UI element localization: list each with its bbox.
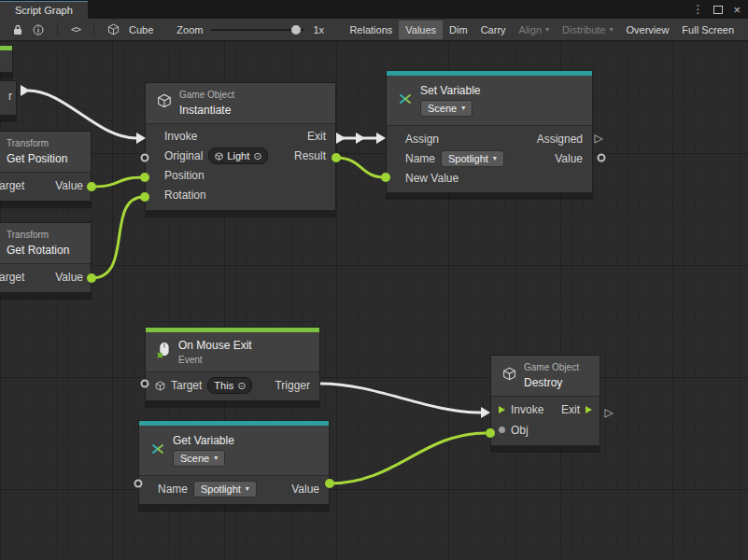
obj-port-icon [499,427,505,433]
chevron-down-icon: ▾ [461,102,465,115]
invoke-port-label: Invoke [511,403,543,416]
port-get-position-value-output[interactable] [87,182,96,191]
trigger-port-label: Trigger [275,379,310,392]
align-button[interactable]: Align▾ [513,21,556,39]
new-value-port-label: New Value [405,172,459,185]
position-port-label: Position [164,169,205,182]
result-port-label: Result [294,149,326,162]
port-destroy-obj-input[interactable] [486,428,495,438]
cube-icon [155,381,165,391]
flow-arrow-icon [499,406,505,413]
original-object-field[interactable]: Light ⊙ [208,147,268,164]
node-category: Transform [7,230,49,241]
variable-icon [150,441,165,460]
port-result-output[interactable] [332,153,341,162]
clipped-node-fragment[interactable]: r [0,80,17,116]
cube-icon [103,19,124,40]
relations-button[interactable]: Relations [343,21,399,39]
value-port-label: Value [291,483,319,496]
port-mouse-exit-target-input[interactable] [141,380,149,388]
node-header: On Mouse Exit Event [146,332,319,372]
port-get-variable-name-input[interactable] [134,480,143,488]
info-icon[interactable] [28,19,49,40]
zoom-slider[interactable] [211,19,304,41]
flow-arrow-icon [336,133,346,144]
node-title: Get Position [7,152,67,165]
node-destroy[interactable]: Game Object Destroy Invoke Exit Obj [490,355,600,446]
port-original-input[interactable] [141,154,149,162]
game-object-icon [502,367,516,385]
graph-canvas[interactable]: r Transform Get Position Target Value Tr… [0,41,748,560]
node-on-mouse-exit[interactable]: On Mouse Exit Event Target This ⊙ Trigge… [145,327,320,401]
tab-script-graph[interactable]: Script Graph [0,1,88,19]
port-new-value-input[interactable] [381,173,390,182]
zoom-value: 1x [313,24,324,35]
node-get-position[interactable]: Transform Get Position Target Value [0,131,92,202]
lock-icon[interactable] [7,19,28,40]
chevron-down-icon: ▾ [246,483,249,496]
port-rotation-input[interactable] [140,192,149,202]
port-assigned-flow-output[interactable]: ▷ [594,133,602,144]
node-get-variable[interactable]: Get Variable Scene ▾ Name Spotlight ▾ Va… [138,420,330,505]
fullscreen-button[interactable]: Full Screen [675,21,741,39]
carry-button[interactable]: Carry [474,21,513,39]
invoke-port-label: Invoke [164,130,197,143]
target-object-label: Cube [129,24,153,35]
zoom-slider-track [211,29,304,31]
wire-trigger-to-destroy [320,384,482,413]
flow-arrow-icon [21,85,30,96]
node-category: Game Object [179,90,234,101]
zoom-slider-knob[interactable] [291,25,301,35]
toolbar-separator [57,22,58,36]
overview-button[interactable]: Overview [620,21,676,39]
mouse-icon [157,342,171,363]
values-button[interactable]: Values [399,21,443,39]
port-position-input[interactable] [140,173,149,182]
node-category: Transform [7,138,49,149]
node-category: Game Object [524,362,579,373]
zoom-label: Zoom [176,24,203,35]
object-picker-icon[interactable]: ⊙ [237,379,246,392]
flow-arrow-icon [376,133,386,144]
target-object-field[interactable]: This ⊙ [207,377,252,394]
node-subtitle: Event [178,355,203,365]
toolbar-separator [93,22,94,36]
obj-port-label: Obj [511,424,529,437]
code-view-icon[interactable]: <> [66,19,85,40]
value-port-label: Value [55,179,83,192]
node-title: Get Variable [173,434,234,447]
dim-button[interactable]: Dim [443,21,474,39]
distribute-button[interactable]: Distribute▾ [556,21,619,39]
graph-toolbar: <> Cube Zoom 1x Relations Values Dim Car… [0,19,748,41]
object-picker-icon[interactable]: ⊙ [253,149,261,162]
assign-port-label: Assign [405,133,439,146]
node-title: On Mouse Exit [178,339,252,352]
port-destroy-exit-flow-output[interactable]: ▷ [604,407,613,418]
variable-name-dropdown[interactable]: Spotlight ▾ [193,481,257,497]
clipped-node-fragment[interactable] [0,45,13,73]
node-title: Set Variable [420,84,480,97]
node-header: Get Variable Scene ▾ [139,426,329,476]
node-set-variable[interactable]: Set Variable Scene ▾ Assign Assigned Nam… [386,70,593,193]
variable-scope-dropdown[interactable]: Scene ▾ [420,100,473,117]
name-port-label: Name [158,483,188,496]
wire-getposition-to-position [92,177,144,187]
node-get-rotation[interactable]: Transform Get Rotation Target Value [0,222,92,293]
variable-scope-dropdown[interactable]: Scene ▾ [173,450,225,467]
game-object-icon [157,93,172,112]
window-menu-icon[interactable]: ⋮ [692,4,703,15]
node-instantiate[interactable]: Game Object Instantiate Invoke Exit Orig… [145,82,336,211]
wire-getvariable-to-obj [330,433,486,483]
flow-arrow-icon [481,407,490,418]
port-get-variable-value-output[interactable] [325,479,334,488]
wire-result-to-new-value [336,158,385,177]
port-get-rotation-value-output[interactable] [87,273,96,283]
port-set-variable-value-output[interactable] [598,154,606,162]
maximize-icon[interactable] [713,6,723,14]
chevron-down-icon: ▾ [545,25,549,34]
node-header: Game Object Destroy [491,356,600,397]
variable-name-dropdown[interactable]: Spotlight ▾ [441,150,504,167]
node-title: Destroy [524,376,562,389]
close-icon[interactable]: × [733,4,741,16]
target-port-label: Target [0,271,24,284]
